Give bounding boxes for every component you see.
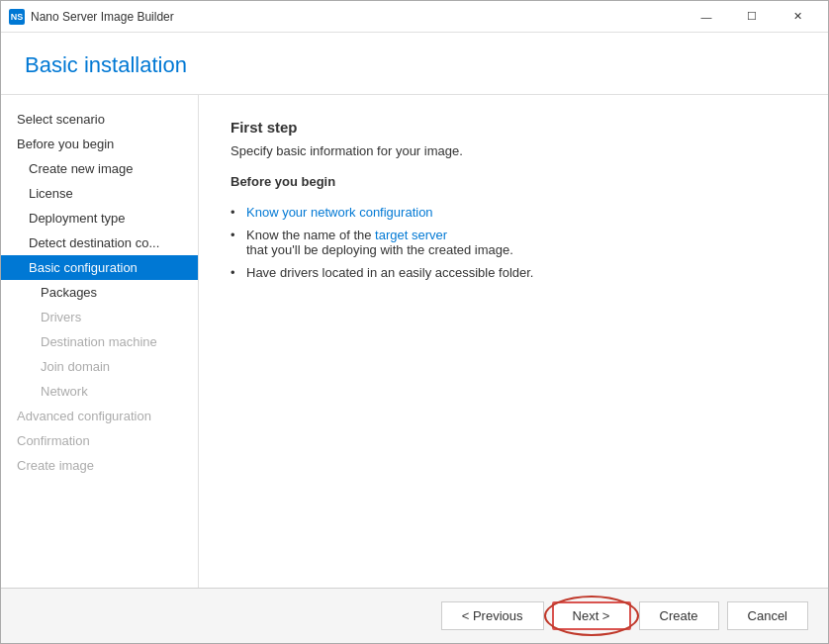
sidebar-item-license[interactable]: License xyxy=(1,181,198,206)
sidebar-item-detect-destination[interactable]: Detect destination co... xyxy=(1,230,198,255)
network-config-link[interactable]: Know your network configuration xyxy=(246,205,433,220)
main-area: Select scenario Before you begin Create … xyxy=(1,95,828,588)
page-title: Basic installation xyxy=(25,52,804,78)
step-subtitle: Specify basic information for your image… xyxy=(230,143,796,158)
footer: < Previous Next > Create Cancel xyxy=(1,588,828,643)
window-title: Nano Server Image Builder xyxy=(31,10,684,24)
bullet-list: Know your network configuration Know the… xyxy=(230,201,796,284)
app-icon: NS xyxy=(9,9,25,25)
maximize-button[interactable]: ☐ xyxy=(729,1,775,33)
create-button[interactable]: Create xyxy=(639,601,719,630)
next-button[interactable]: Next > xyxy=(552,601,631,630)
next-button-wrapper: Next > xyxy=(552,601,631,630)
titlebar: NS Nano Server Image Builder — ☐ ✕ xyxy=(1,1,828,33)
bullet-item-2: Know the name of the target server that … xyxy=(230,224,796,261)
sidebar-item-network: Network xyxy=(1,379,198,404)
sidebar-item-deployment-type[interactable]: Deployment type xyxy=(1,206,198,230)
bullet-item-3: Have drivers located in an easily access… xyxy=(230,261,796,284)
before-begin-heading: Before you begin xyxy=(230,174,796,189)
content-panel: First step Specify basic information for… xyxy=(199,95,828,588)
bullet-item-1: Know your network configuration xyxy=(230,201,796,224)
page-header: Basic installation xyxy=(1,33,828,95)
step-title: First step xyxy=(230,119,796,136)
sidebar-item-advanced-configuration: Advanced configuration xyxy=(1,404,198,428)
minimize-button[interactable]: — xyxy=(684,1,729,33)
sidebar-item-confirmation: Confirmation xyxy=(1,428,198,453)
app-window: NS Nano Server Image Builder — ☐ ✕ Basic… xyxy=(0,0,829,644)
sidebar-item-before-you-begin[interactable]: Before you begin xyxy=(1,132,198,156)
sidebar-item-packages[interactable]: Packages xyxy=(1,280,198,305)
sidebar-item-select-scenario[interactable]: Select scenario xyxy=(1,107,198,132)
sidebar-item-drivers: Drivers xyxy=(1,305,198,329)
previous-button[interactable]: < Previous xyxy=(441,601,544,630)
sidebar-item-join-domain: Join domain xyxy=(1,354,198,379)
window-controls: — ☐ ✕ xyxy=(684,1,820,33)
sidebar-item-create-new-image[interactable]: Create new image xyxy=(1,156,198,181)
cancel-button[interactable]: Cancel xyxy=(727,601,808,630)
target-server-link[interactable]: target server xyxy=(375,228,447,242)
sidebar-item-create-image: Create image xyxy=(1,453,198,478)
sidebar: Select scenario Before you begin Create … xyxy=(1,95,199,588)
sidebar-item-destination-machine: Destination machine xyxy=(1,329,198,354)
content-area: Basic installation Select scenario Befor… xyxy=(1,33,828,643)
close-button[interactable]: ✕ xyxy=(775,1,820,33)
sidebar-item-basic-configuration[interactable]: Basic configuration xyxy=(1,255,198,280)
